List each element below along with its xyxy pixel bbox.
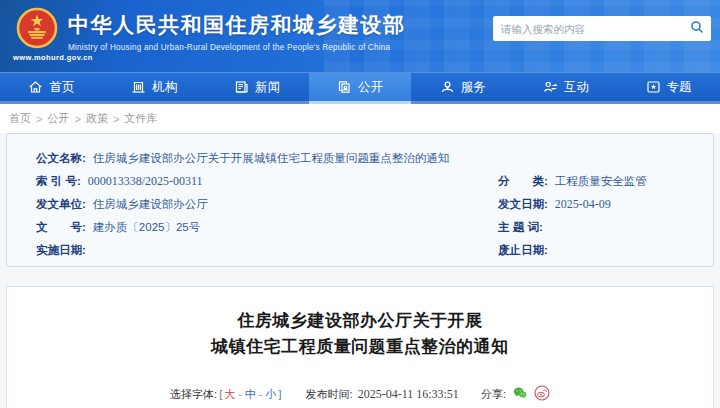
font-selector-bracket-close: ]: [279, 388, 282, 400]
article-meta-bar: 选择字体: [ 大 - 中 - 小 ] 发布时间: 2025-04-11 16:…: [7, 385, 713, 403]
national-emblem-icon: [16, 7, 58, 49]
share-wechat-button[interactable]: [512, 385, 528, 403]
search-box: [493, 16, 711, 41]
nav-item-topics[interactable]: 专题: [617, 73, 720, 104]
nav-label: 专题: [667, 79, 692, 96]
search-icon: [690, 20, 704, 37]
article-title-line1: 住房城乡建设部办公厅关于开展: [7, 308, 713, 334]
search-input[interactable]: [493, 23, 683, 35]
main-nav: 首页 机构 新闻 公开: [0, 72, 720, 104]
issue-date-value: 2025-04-09: [555, 197, 611, 212]
nav-item-organization[interactable]: 机构: [103, 73, 206, 104]
article-title: 住房城乡建设部办公厅关于开展 城镇住宅工程质量问题重点整治的通知: [7, 308, 713, 360]
repeal-date-label: 废止日期:: [498, 243, 548, 258]
article-title-line2: 城镇住宅工程质量问题重点整治的通知: [7, 334, 713, 360]
font-size-large-button[interactable]: 大: [224, 387, 235, 402]
info-cell: 主 题 词:: [498, 220, 695, 235]
font-size-small-button[interactable]: 小: [266, 387, 277, 402]
info-cell: 分 类: 工程质量安全监管: [498, 174, 695, 189]
share-weibo-button[interactable]: [534, 385, 550, 403]
nav-label: 首页: [49, 79, 74, 96]
interaction-icon: [543, 80, 558, 94]
nav-item-disclosure[interactable]: 公开: [309, 73, 412, 104]
breadcrumb-disclosure[interactable]: 公开: [47, 111, 69, 126]
category-value: 工程质量安全监管: [555, 174, 647, 189]
nav-label: 服务: [461, 79, 486, 96]
nav-label: 互动: [564, 79, 589, 96]
nav-label: 新闻: [255, 79, 280, 96]
info-cell: 发文单位: 住房城乡建设部办公厅: [36, 197, 498, 212]
nav-item-news[interactable]: 新闻: [206, 73, 309, 104]
doc-title-value: 住房城乡建设部办公厅关于开展城镇住宅工程质量问题重点整治的通知: [93, 151, 450, 166]
weibo-icon: [534, 385, 550, 403]
document-info-panel: 公文名称: 住房城乡建设部办公厅关于开展城镇住宅工程质量问题重点整治的通知 索 …: [6, 133, 714, 267]
info-cell: 实施日期:: [36, 243, 498, 258]
keywords-label: 主 题 词:: [498, 220, 543, 235]
breadcrumb: 首页 > 公开 > 政策 > 文件库: [0, 104, 720, 133]
font-selector-separator: -: [259, 388, 263, 400]
disclosure-icon: [337, 80, 352, 94]
site-name-english: Ministry of Housing and Urban-Rural Deve…: [68, 43, 406, 52]
doc-title-label: 公文名称:: [36, 151, 86, 166]
font-selector-separator: -: [238, 388, 242, 400]
info-cell: 文 号: 建办质〔2025〕25号: [36, 220, 498, 235]
breadcrumb-policy[interactable]: 政策: [86, 111, 108, 126]
effective-date-label: 实施日期:: [36, 243, 86, 258]
doc-number-label: 文 号:: [36, 220, 86, 235]
site-title-block: 中华人民共和国住房和城乡建设部 Ministry of Housing and …: [68, 11, 406, 52]
font-size-medium-button[interactable]: 中: [245, 387, 256, 402]
breadcrumb-separator: >: [36, 113, 42, 125]
info-row: 索 引 号: 000013338/2025-00311 分 类: 工程质量安全监…: [36, 170, 695, 193]
issuing-unit-label: 发文单位:: [36, 197, 86, 212]
breadcrumb-home[interactable]: 首页: [9, 111, 31, 126]
nav-label: 公开: [358, 79, 383, 96]
issue-date-label: 发文日期:: [498, 197, 548, 212]
share-label: 分享:: [481, 387, 506, 402]
index-number-value: 000013338/2025-00311: [88, 174, 203, 189]
organization-icon: [131, 80, 146, 94]
info-cell: 公文名称: 住房城乡建设部办公厅关于开展城镇住宅工程质量问题重点整治的通知: [36, 151, 449, 166]
news-icon: [234, 80, 249, 94]
info-cell: 发文日期: 2025-04-09: [498, 197, 695, 212]
nav-label: 机构: [152, 79, 177, 96]
article-panel: 住房城乡建设部办公厅关于开展 城镇住宅工程质量问题重点整治的通知 选择字体: […: [6, 286, 714, 408]
home-icon: [28, 80, 43, 94]
publish-time-label: 发布时间:: [306, 387, 353, 402]
font-selector-label: 选择字体:: [170, 387, 217, 402]
info-row-title: 公文名称: 住房城乡建设部办公厅关于开展城镇住宅工程质量问题重点整治的通知: [36, 147, 695, 170]
search-button[interactable]: [683, 16, 711, 41]
info-row: 实施日期: 废止日期:: [36, 239, 695, 262]
site-header: www.mohurd.gov.cn 中华人民共和国住房和城乡建设部 Minist…: [0, 0, 720, 72]
site-url[interactable]: www.mohurd.gov.cn: [13, 53, 93, 62]
panel-gap: [0, 267, 720, 286]
wechat-icon: [512, 385, 528, 403]
topics-icon: [646, 80, 661, 94]
info-row: 文 号: 建办质〔2025〕25号 主 题 词:: [36, 216, 695, 239]
nav-item-interaction[interactable]: 互动: [514, 73, 617, 104]
publish-time-value: 2025-04-11 16:33:51: [358, 387, 459, 402]
nav-item-home[interactable]: 首页: [0, 73, 103, 104]
services-icon: [440, 80, 455, 94]
site-name: 中华人民共和国住房和城乡建设部: [68, 11, 406, 39]
index-number-label: 索 引 号:: [36, 174, 81, 189]
doc-number-value: 建办质〔2025〕25号: [93, 220, 200, 235]
font-selector-bracket-open: [: [219, 388, 222, 400]
info-cell: 索 引 号: 000013338/2025-00311: [36, 174, 498, 189]
info-cell: 废止日期:: [498, 243, 695, 258]
issuing-unit-value: 住房城乡建设部办公厅: [93, 197, 208, 212]
breadcrumb-separator: >: [113, 113, 119, 125]
category-label: 分 类:: [498, 174, 548, 189]
nav-item-services[interactable]: 服务: [411, 73, 514, 104]
breadcrumb-library[interactable]: 文件库: [124, 111, 157, 126]
info-row: 发文单位: 住房城乡建设部办公厅 发文日期: 2025-04-09: [36, 193, 695, 216]
breadcrumb-separator: >: [74, 113, 80, 125]
